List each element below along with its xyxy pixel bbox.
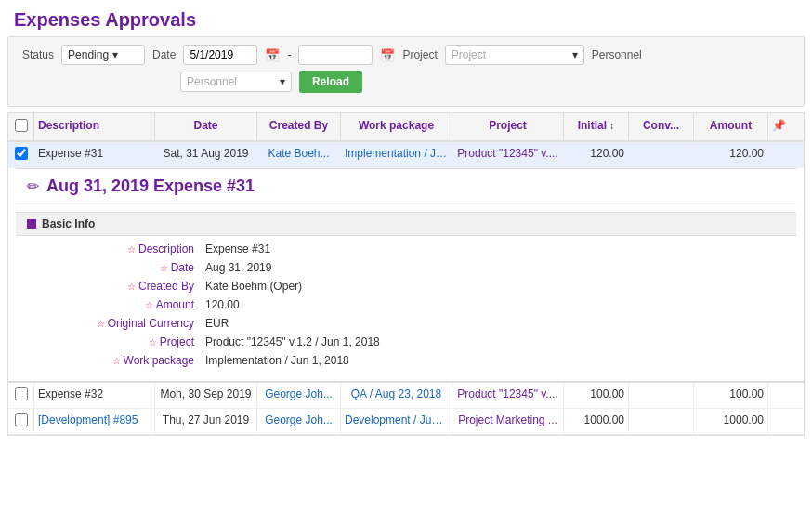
status-dropdown-icon: ▾: [112, 48, 118, 61]
calendar-from-icon[interactable]: 📅: [265, 48, 280, 62]
detail-title: Aug 31, 2019 Expense #31: [46, 177, 255, 196]
basic-info-section: Basic Info ☆Description Expense #31 ☆Dat…: [16, 204, 796, 381]
row-pin: [768, 409, 787, 434]
row-initial: 120.00: [564, 142, 629, 167]
col-description: Description: [34, 113, 155, 140]
table-row[interactable]: Expense #31 Sat, 31 Aug 2019 Kate Boeh..…: [8, 142, 804, 168]
row-conv: [629, 142, 694, 167]
row-work-package: Development / Jun 3...: [341, 409, 452, 434]
table-header: Description Date Created By Work package…: [8, 113, 804, 142]
star-icon: ☆: [127, 244, 136, 255]
col-date: Date: [155, 113, 257, 140]
date-from-input[interactable]: [183, 45, 257, 65]
row-amount: 120.00: [694, 142, 768, 167]
personnel-label: Personnel: [592, 48, 642, 61]
star-icon: ☆: [160, 263, 168, 273]
row-date: Mon, 30 Sep 2019: [155, 383, 257, 408]
row-initial: 100.00: [564, 383, 629, 408]
row-checkbox[interactable]: [8, 142, 34, 167]
project-label: Project: [402, 48, 437, 61]
row-created-by: George Joh...: [257, 409, 341, 434]
field-description: ☆Description Expense #31: [16, 240, 796, 258]
field-date: ☆Date Aug 31, 2019: [16, 258, 796, 277]
row-amount: 100.00: [694, 383, 768, 408]
row-conv: [629, 409, 694, 434]
personnel-dropdown-icon: ▾: [280, 75, 285, 88]
detail-panel: ✏ Aug 31, 2019 Expense #31 Basic Info ☆D…: [16, 168, 796, 381]
col-checkbox[interactable]: [8, 113, 34, 140]
row-conv: [629, 383, 694, 408]
row-checkbox[interactable]: [8, 409, 34, 434]
table-row[interactable]: [Development] #895 Thu, 27 Jun 2019 Geor…: [8, 409, 804, 435]
table-row[interactable]: Expense #32 Mon, 30 Sep 2019 George Joh.…: [8, 382, 804, 409]
field-project: ☆Project Product "12345" v.1.2 / Jun 1, …: [16, 333, 796, 351]
star-icon: ☆: [97, 319, 105, 329]
row-description: Expense #31: [34, 142, 155, 167]
col-pin: 📌: [768, 113, 787, 140]
row-created-by: Kate Boeh...: [257, 142, 341, 167]
col-created-by: Created By: [257, 113, 341, 140]
section-header: Basic Info: [16, 212, 796, 236]
table-container: Description Date Created By Work package…: [7, 112, 805, 436]
row-project: Project Marketing ...: [452, 409, 564, 434]
field-created-by: ☆Created By Kate Boehm (Oper): [16, 277, 796, 295]
row-checkbox[interactable]: [8, 383, 34, 408]
row-date: Sat, 31 Aug 2019: [155, 142, 257, 167]
star-icon: ☆: [149, 337, 157, 347]
col-initial: Initial ↕: [564, 113, 629, 140]
row-pin: [768, 142, 787, 167]
row-amount: 1000.00: [694, 409, 768, 434]
reload-button[interactable]: Reload: [299, 71, 362, 93]
date-to-input[interactable]: [298, 45, 373, 65]
personnel-select[interactable]: Personnel ▾: [180, 72, 292, 92]
edit-icon[interactable]: ✏: [27, 177, 39, 195]
row-description: [Development] #895: [34, 409, 155, 434]
section-label: Basic Info: [42, 217, 95, 230]
row-project: Product "12345" v....: [452, 383, 564, 408]
filter-bar: Status Pending ▾ Date 📅 - 📅 Project Proj…: [7, 36, 805, 107]
row-work-package: Implementation / Jun...: [341, 142, 452, 167]
col-amount: Amount: [694, 113, 768, 140]
field-work-package: ☆Work package Implementation / Jun 1, 20…: [16, 351, 796, 370]
date-separator: -: [287, 48, 291, 61]
status-select[interactable]: Pending ▾: [61, 45, 145, 65]
section-square-icon: [27, 219, 36, 229]
project-dropdown-icon: ▾: [572, 48, 578, 61]
row-created-by: George Joh...: [257, 383, 341, 408]
status-label: Status: [22, 48, 54, 61]
bottom-rows: Expense #32 Mon, 30 Sep 2019 George Joh.…: [8, 381, 804, 435]
star-icon: ☆: [112, 356, 121, 366]
col-conv: Conv...: [629, 113, 694, 140]
row-work-package: QA / Aug 23, 2018: [341, 383, 452, 408]
star-icon: ☆: [127, 282, 136, 292]
col-work-package: Work package: [341, 113, 452, 140]
field-amount: ☆Amount 120.00: [16, 295, 796, 314]
col-project: Project: [452, 113, 564, 140]
project-select[interactable]: Project ▾: [445, 45, 584, 65]
row-date: Thu, 27 Jun 2019: [155, 409, 257, 434]
row-pin: [768, 383, 787, 408]
field-currency: ☆Original Currency EUR: [16, 314, 796, 333]
row-project: Product "12345" v....: [452, 142, 564, 167]
detail-title-bar: ✏ Aug 31, 2019 Expense #31: [16, 169, 796, 204]
date-label: Date: [152, 48, 176, 61]
personnel-placeholder: Personnel: [187, 75, 237, 88]
page-title: Expenses Approvals: [0, 0, 812, 36]
row-initial: 1000.00: [564, 409, 629, 434]
calendar-to-icon[interactable]: 📅: [380, 48, 395, 62]
project-placeholder: Project: [452, 48, 486, 61]
row-description: Expense #32: [34, 383, 155, 408]
star-icon: ☆: [145, 300, 153, 310]
